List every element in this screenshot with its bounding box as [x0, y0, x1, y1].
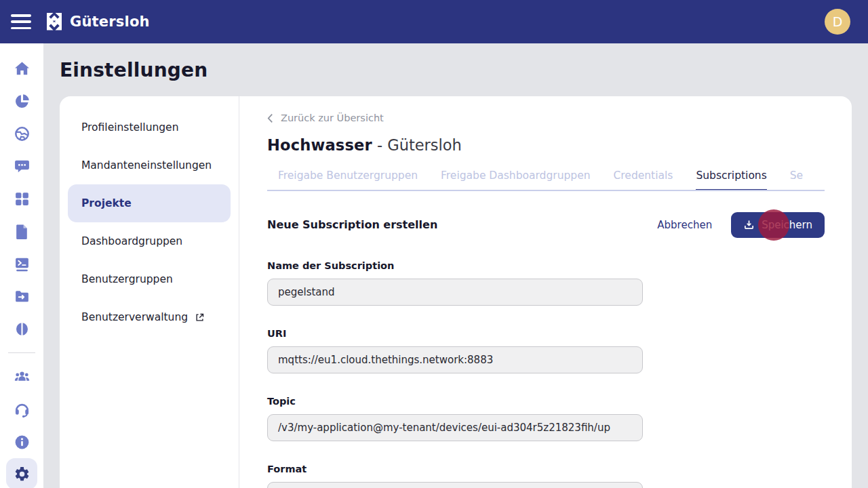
settings-card: Profileinstellungen Mandanteneinstellung… — [60, 96, 852, 488]
guetersloh-logo — [45, 11, 64, 33]
menu-item-label: Profileinstellungen — [81, 121, 178, 134]
menu-item-benutzergruppen[interactable]: Benutzergruppen — [68, 260, 231, 298]
project-tenant: - Gütersloh — [377, 136, 462, 154]
menu-item-label: Benutzerverwaltung — [81, 311, 188, 323]
chat-icon[interactable] — [5, 150, 38, 182]
terminal-icon[interactable] — [5, 247, 38, 280]
gear-icon[interactable] — [6, 458, 37, 488]
project-detail: Zurück zur Übersicht Hochwasser - Güters… — [239, 96, 852, 488]
uri-input[interactable] — [267, 346, 643, 373]
document-icon[interactable] — [5, 215, 38, 247]
page-title: Einstellungen — [60, 59, 868, 81]
headset-icon[interactable] — [5, 393, 38, 426]
back-link-label: Zurück zur Übersicht — [281, 113, 384, 123]
avatar[interactable]: D — [825, 9, 850, 35]
menu-item-label: Projekte — [81, 197, 132, 209]
app-title: Gütersloh — [70, 14, 150, 30]
field-label: Topic — [267, 396, 643, 407]
form-header: Neue Subscription erstellen Abbrechen Sp… — [267, 212, 825, 238]
tab-freigabe-dashboardgruppen[interactable]: Freigabe Dashboardgruppen — [441, 169, 590, 191]
external-link-icon — [195, 312, 205, 323]
field-label: Name der Subscription — [267, 260, 643, 271]
back-link[interactable]: Zurück zur Übersicht — [267, 113, 384, 123]
info-icon[interactable] — [5, 426, 38, 458]
field-topic: Topic — [267, 396, 643, 441]
tab-credentials[interactable]: Credentials — [614, 169, 673, 191]
form-heading: Neue Subscription erstellen — [267, 218, 437, 231]
menu-item-label: Benutzergruppen — [81, 273, 173, 285]
field-name: Name der Subscription — [267, 260, 643, 306]
project-title: Hochwasser - Gütersloh — [267, 136, 825, 154]
menu-item-projekte[interactable]: Projekte — [68, 184, 231, 222]
tab-truncated[interactable]: Se — [790, 169, 803, 191]
tab-subscriptions[interactable]: Subscriptions — [696, 169, 766, 191]
field-format: Format Direct — [267, 464, 643, 488]
menu-item-benutzerverwaltung[interactable]: Benutzerverwaltung — [68, 298, 231, 336]
menu-item-mandanteneinstellungen[interactable]: Mandanteneinstellungen — [68, 146, 231, 184]
grid-icon[interactable] — [5, 182, 38, 215]
logo-pinwheel-icon — [45, 11, 64, 33]
field-label: URI — [267, 328, 643, 339]
tab-bar: Freigabe Benutzergruppen Freigabe Dashbo… — [267, 169, 825, 191]
menu-item-label: Dashboardgruppen — [81, 235, 182, 247]
save-button[interactable]: Speichern — [731, 212, 825, 238]
cancel-button[interactable]: Abbrechen — [653, 214, 716, 237]
download-icon — [743, 219, 755, 230]
field-uri: URI — [267, 328, 643, 373]
format-select[interactable]: Direct — [267, 482, 643, 488]
split-circle-icon[interactable] — [5, 312, 38, 345]
folder-arrow-icon[interactable] — [5, 280, 38, 312]
topbar: Gütersloh D — [0, 0, 868, 43]
main-area: Einstellungen Profileinstellungen Mandan… — [43, 43, 868, 488]
users-icon[interactable] — [5, 361, 38, 393]
pie-chart-icon[interactable] — [5, 85, 38, 117]
menu-icon[interactable] — [11, 14, 31, 29]
menu-item-label: Mandanteneinstellungen — [81, 159, 212, 171]
menu-item-profileinstellungen[interactable]: Profileinstellungen — [68, 108, 231, 146]
topic-input[interactable] — [267, 414, 643, 441]
save-button-label: Speichern — [762, 219, 812, 231]
tab-freigabe-benutzergruppen[interactable]: Freigabe Benutzergruppen — [278, 169, 418, 191]
rail-divider — [8, 352, 35, 353]
project-name: Hochwasser — [267, 136, 372, 154]
home-icon[interactable] — [5, 52, 38, 85]
subscription-name-input[interactable] — [267, 279, 643, 306]
chevron-left-icon — [267, 113, 273, 123]
field-label: Format — [267, 464, 643, 474]
menu-item-dashboardgruppen[interactable]: Dashboardgruppen — [68, 222, 231, 260]
settings-menu: Profileinstellungen Mandanteneinstellung… — [60, 96, 239, 488]
sidebar-rail — [0, 43, 43, 488]
globe-icon[interactable] — [5, 117, 38, 150]
